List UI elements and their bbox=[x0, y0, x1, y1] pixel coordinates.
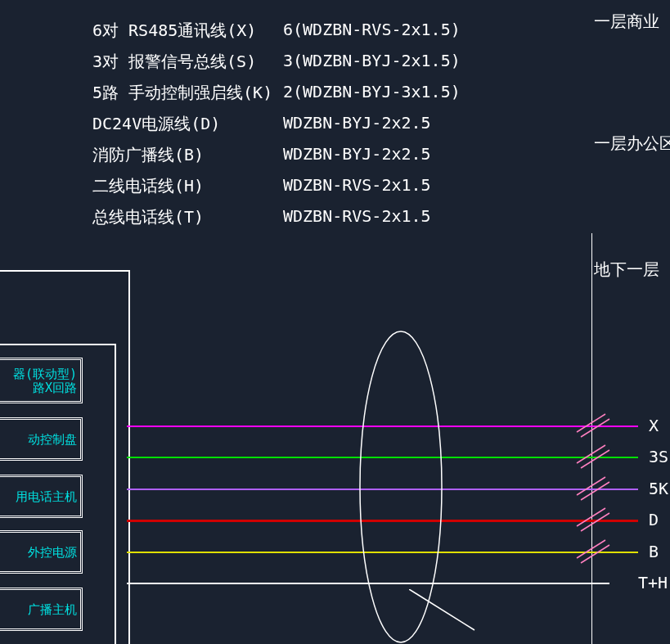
panel-item-label: 用电话主机 bbox=[16, 489, 77, 503]
bus-label-x: X bbox=[649, 416, 659, 435]
bus-label-5k: 5K bbox=[649, 479, 668, 498]
table-row-right-2: 2(WDZBN-BYJ-3x1.5) bbox=[283, 82, 461, 101]
bus-label-3s: 3S bbox=[649, 447, 668, 466]
table-row-left-1: 3对 报警信号总线(S) bbox=[92, 51, 256, 73]
panel-item-2: 用电话主机 bbox=[0, 475, 83, 518]
floor-label-2: 一层办公区 bbox=[594, 133, 670, 155]
svg-line-5 bbox=[581, 482, 609, 500]
panel-item-0: 器(联动型) 路X回路 bbox=[0, 358, 83, 403]
table-row-left-4: 消防广播线(B) bbox=[92, 144, 204, 166]
table-row-right-0: 6(WDZBN-RVS-2x1.5) bbox=[283, 20, 461, 39]
svg-line-1 bbox=[581, 419, 609, 437]
table-row-left-3: DC24V电源线(D) bbox=[92, 113, 220, 135]
table-row-left-5: 二线电话线(H) bbox=[92, 175, 204, 197]
bundle-ellipse bbox=[352, 327, 450, 644]
bus-line-b bbox=[127, 552, 638, 553]
panel-item-4: 广播主机 bbox=[0, 588, 83, 631]
svg-line-3 bbox=[581, 450, 609, 468]
table-row-left-2: 5路 手动控制强启线(K) bbox=[92, 82, 272, 104]
panel-item-label: 器(联动型) 路X回路 bbox=[13, 367, 77, 394]
bus-line-d bbox=[127, 520, 638, 522]
panel-item-label: 广播主机 bbox=[28, 602, 77, 616]
bus-line-x bbox=[127, 426, 638, 427]
bus-label-th: T+H bbox=[638, 573, 668, 592]
table-row-right-4: WDZBN-BYJ-2x2.5 bbox=[283, 144, 431, 164]
table-row-right-6: WDZBN-RVS-2x1.5 bbox=[283, 206, 431, 226]
bus-label-d: D bbox=[649, 510, 659, 529]
panel-item-3: 外控电源 bbox=[0, 530, 83, 574]
panel-item-label: 外控电源 bbox=[28, 545, 77, 559]
panel-item-label: 动控制盘 bbox=[28, 432, 77, 446]
svg-point-10 bbox=[360, 331, 442, 642]
bus-label-b: B bbox=[649, 542, 659, 561]
table-row-left-6: 总线电话线(T) bbox=[92, 206, 204, 228]
junction-hatch bbox=[573, 409, 622, 597]
bus-line-th bbox=[127, 583, 609, 584]
table-row-left-0: 6对 RS485通讯线(X) bbox=[92, 20, 256, 42]
svg-line-9 bbox=[581, 545, 609, 563]
floor-label-3: 地下一层 bbox=[594, 259, 659, 281]
bus-line-3s bbox=[127, 457, 638, 458]
table-row-right-5: WDZBN-RVS-2x1.5 bbox=[283, 175, 431, 195]
bus-line-5k bbox=[127, 489, 638, 490]
table-row-right-3: WDZBN-BYJ-2x2.5 bbox=[283, 113, 431, 133]
panel-item-1: 动控制盘 bbox=[0, 417, 83, 461]
table-row-right-1: 3(WDZBN-BYJ-2x1.5) bbox=[283, 51, 461, 70]
svg-line-11 bbox=[409, 589, 474, 630]
floor-label-1: 一层商业 bbox=[594, 11, 659, 33]
svg-line-7 bbox=[581, 513, 609, 531]
leader-line bbox=[409, 589, 483, 638]
